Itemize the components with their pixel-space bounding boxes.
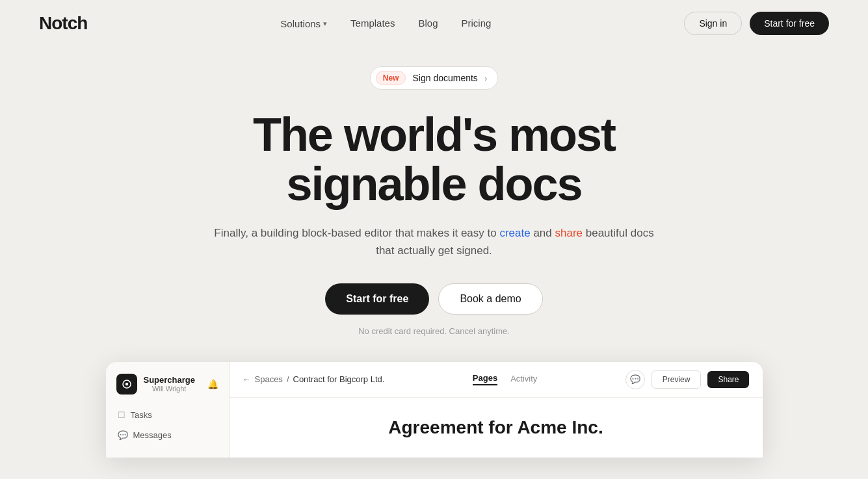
chevron-down-icon: ▾: [323, 19, 327, 28]
badge-arrow-icon: ›: [484, 73, 487, 83]
book-demo-button[interactable]: Book a demo: [438, 283, 542, 315]
hero-subtitle: Finally, a building block-based editor t…: [213, 224, 655, 259]
demo-content: Agreement for Acme Inc.: [230, 398, 763, 458]
sidebar-tasks-label: Tasks: [131, 410, 152, 420]
workspace-user: Will Wright: [144, 385, 195, 393]
sidebar-nav: ☐ Tasks 💬 Messages: [106, 405, 229, 445]
nav-item-blog[interactable]: Blog: [418, 18, 438, 29]
demo-topbar: ← Spaces / Contract for Bigcorp Ltd. Pag…: [230, 362, 763, 398]
breadcrumb: ← Spaces / Contract for Bigcorp Ltd.: [243, 374, 385, 384]
nav-link-pricing[interactable]: Pricing: [461, 18, 491, 29]
tab-pages[interactable]: Pages: [473, 373, 497, 385]
chat-icon[interactable]: 💬: [625, 370, 645, 389]
start-free-hero-button[interactable]: Start for free: [325, 283, 429, 315]
hero-disclaimer: No credit card required. Cancel anytime.: [358, 326, 510, 336]
tasks-icon: ☐: [118, 410, 125, 420]
nav-item-templates[interactable]: Templates: [350, 18, 395, 29]
nav-link-blog[interactable]: Blog: [418, 18, 438, 29]
breadcrumb-current: Contract for Bigcorp Ltd.: [293, 374, 385, 384]
sidebar-item-messages[interactable]: 💬 Messages: [106, 425, 229, 445]
breadcrumb-spaces[interactable]: Spaces: [255, 374, 283, 384]
sidebar-messages-label: Messages: [133, 430, 172, 440]
navbar: Notch Solutions ▾ Templates Blog Pricing…: [0, 0, 868, 47]
workspace-icon: [116, 374, 137, 395]
hero-title-line1: The world's most: [253, 109, 615, 161]
announcement-badge[interactable]: New Sign documents ›: [370, 66, 498, 90]
workspace-details: Supercharge Will Wright: [144, 375, 195, 393]
demo-sidebar: Supercharge Will Wright 🔔 ☐ Tasks 💬 Mess…: [106, 362, 230, 458]
breadcrumb-back-arrow[interactable]: ←: [243, 374, 251, 384]
hero-section: New Sign documents › The world's most si…: [0, 47, 868, 458]
nav-actions: Sign in Start for free: [684, 12, 829, 35]
nav-links: Solutions ▾ Templates Blog Pricing: [280, 18, 491, 29]
hero-title: The world's most signable docs: [253, 110, 615, 209]
start-free-nav-button[interactable]: Start for free: [750, 12, 829, 35]
nav-link-solutions[interactable]: Solutions: [280, 18, 321, 29]
demo-preview: Supercharge Will Wright 🔔 ☐ Tasks 💬 Mess…: [106, 362, 763, 458]
hero-title-line2: signable docs: [286, 158, 581, 210]
workspace-name: Supercharge: [144, 375, 195, 385]
svg-point-1: [125, 382, 128, 385]
nav-item-pricing[interactable]: Pricing: [461, 18, 491, 29]
share-button[interactable]: Share: [707, 371, 749, 388]
bell-icon[interactable]: 🔔: [207, 379, 218, 389]
doc-title: Agreement for Acme Inc.: [256, 417, 737, 438]
badge-new-label: New: [376, 71, 406, 85]
sign-in-button[interactable]: Sign in: [684, 12, 742, 35]
breadcrumb-separator: /: [287, 374, 289, 384]
workspace-info: Supercharge Will Wright: [116, 374, 195, 395]
nav-item-solutions[interactable]: Solutions ▾: [280, 18, 327, 29]
preview-button[interactable]: Preview: [651, 370, 702, 389]
demo-main: ← Spaces / Contract for Bigcorp Ltd. Pag…: [230, 362, 763, 458]
demo-tab-actions: 💬 Preview Share: [625, 370, 750, 389]
nav-link-templates[interactable]: Templates: [350, 18, 395, 29]
demo-tabs: Pages Activity: [473, 373, 537, 385]
badge-text: Sign documents: [412, 73, 477, 83]
hero-cta: Start for free Book a demo: [325, 283, 542, 315]
logo[interactable]: Notch: [39, 13, 87, 34]
messages-icon: 💬: [118, 430, 128, 440]
sidebar-header: Supercharge Will Wright 🔔: [106, 374, 229, 405]
sidebar-item-tasks[interactable]: ☐ Tasks: [106, 405, 229, 425]
tab-activity[interactable]: Activity: [510, 374, 537, 385]
